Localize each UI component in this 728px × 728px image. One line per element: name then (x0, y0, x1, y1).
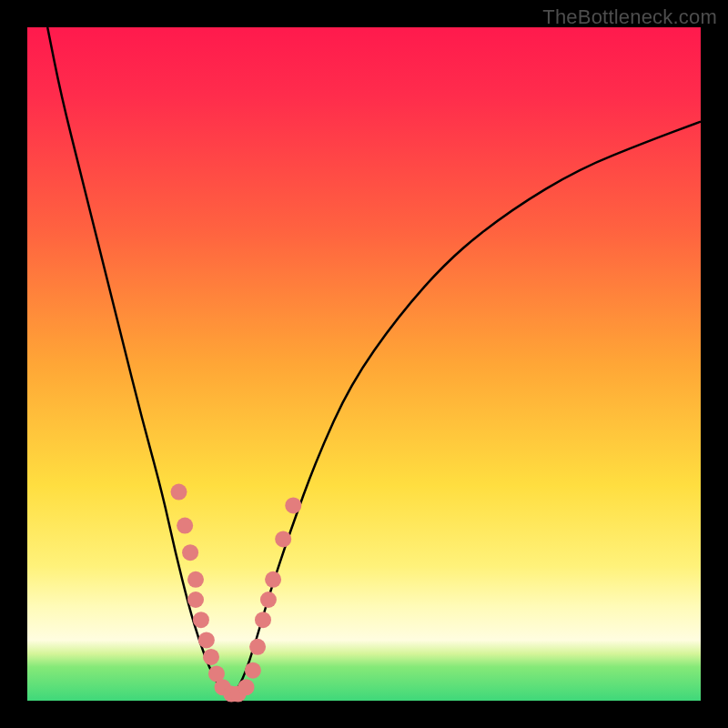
chart-svg (27, 27, 701, 701)
highlight-dot (275, 531, 291, 547)
highlight-dot (177, 518, 193, 534)
highlight-dot (171, 484, 187, 500)
highlight-dot (198, 632, 215, 648)
highlight-dot (260, 592, 277, 608)
chart-frame: TheBottleneck.com (0, 0, 728, 728)
highlight-dot (255, 612, 271, 628)
highlight-dots-group (171, 484, 302, 703)
highlight-dot (249, 639, 266, 655)
highlight-dot (187, 571, 204, 588)
highlight-dot (182, 544, 198, 561)
highlight-dot (245, 662, 261, 679)
curve-right (229, 122, 701, 701)
highlight-dot (238, 679, 255, 695)
highlight-dot (285, 497, 301, 513)
highlight-dot (203, 649, 219, 665)
watermark-text: TheBottleneck.com (542, 5, 717, 29)
highlight-dot (265, 571, 281, 588)
highlight-dot (187, 592, 204, 608)
highlight-dot (193, 612, 209, 628)
